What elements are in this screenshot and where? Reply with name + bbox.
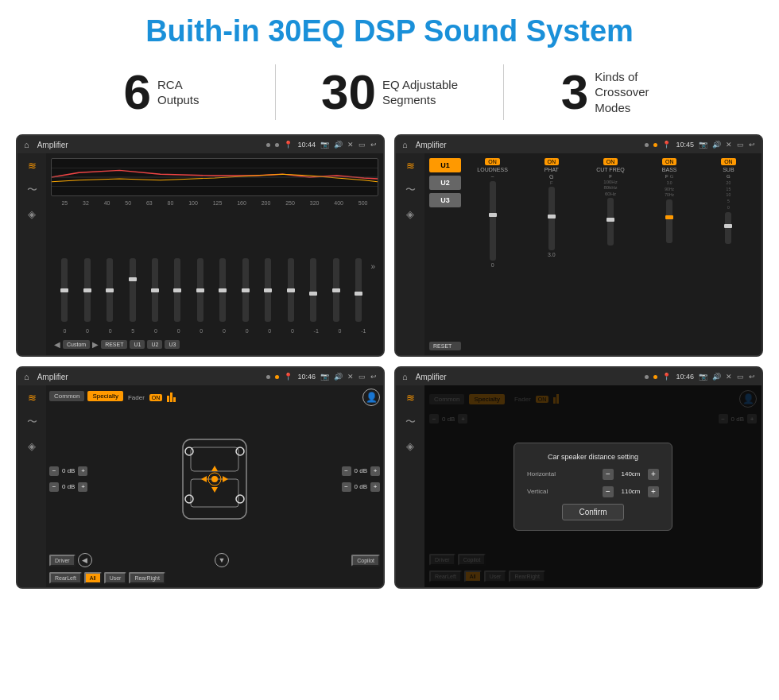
custom-btn[interactable]: Custom <box>63 340 90 349</box>
eq-slider-thumb-8[interactable] <box>219 288 227 292</box>
u2-btn[interactable]: U2 <box>147 340 162 349</box>
confirm-button[interactable]: Confirm <box>562 504 623 520</box>
chevron-right-icon[interactable]: » <box>370 262 375 271</box>
rearleft-btn[interactable]: RearLeft <box>49 572 82 584</box>
back-icon-3[interactable]: ↩ <box>370 373 377 381</box>
person-icon[interactable]: 👤 <box>362 389 380 406</box>
u3-btn[interactable]: U3 <box>165 340 180 349</box>
eq-slider-track-1[interactable] <box>61 258 68 322</box>
loudness-slider[interactable] <box>490 181 496 261</box>
db-minus-2[interactable]: − <box>49 482 59 492</box>
eq-slider-track-10[interactable] <box>265 258 271 322</box>
bass-on-btn[interactable]: ON <box>662 158 677 165</box>
cutfreq-slider[interactable] <box>607 198 614 246</box>
bass-slider[interactable] <box>666 199 672 243</box>
db-plus-2[interactable]: + <box>78 482 87 492</box>
eq-slider-thumb-5[interactable] <box>151 288 159 292</box>
horizontal-plus-btn[interactable]: + <box>648 469 659 480</box>
eq-slider-track-5[interactable] <box>152 258 158 322</box>
eq-sidebar-icon-3[interactable]: ≋ <box>28 392 37 404</box>
u1-crossover-btn[interactable]: U1 <box>429 158 461 172</box>
chevron-left-circle[interactable]: ◀ <box>78 553 92 567</box>
home-icon-4[interactable]: ⌂ <box>402 372 408 381</box>
home-icon-3[interactable]: ⌂ <box>24 372 29 381</box>
home-icon[interactable]: ⌂ <box>24 140 29 149</box>
eq-slider-thumb-12[interactable] <box>309 292 317 296</box>
vertical-plus-btn[interactable]: + <box>648 486 659 497</box>
eq-sidebar-icon-2[interactable]: ≋ <box>406 160 415 172</box>
db-plus-3[interactable]: + <box>370 466 380 476</box>
phat-on-btn[interactable]: ON <box>545 158 560 165</box>
db-plus-4[interactable]: + <box>370 482 380 492</box>
eq-slider-thumb-2[interactable] <box>83 288 91 292</box>
eq-slider-thumb-9[interactable] <box>242 288 250 292</box>
back-icon-2[interactable]: ↩ <box>749 141 755 149</box>
wave-sidebar-icon-4[interactable]: 〜 <box>405 415 416 429</box>
vertical-minus-btn[interactable]: − <box>603 486 614 497</box>
eq-sidebar-icon[interactable]: ≋ <box>28 160 37 172</box>
eq-slider-thumb-13[interactable] <box>332 288 340 292</box>
horizontal-minus-btn[interactable]: − <box>603 469 614 480</box>
cutfreq-on-btn[interactable]: ON <box>603 158 618 165</box>
driver-btn[interactable]: Driver <box>49 555 76 567</box>
u3-crossover-btn[interactable]: U3 <box>429 193 461 207</box>
speaker-sidebar-icon[interactable]: ◈ <box>28 208 36 220</box>
chevron-down-circle[interactable]: ▼ <box>215 553 229 567</box>
db-plus-1[interactable]: + <box>78 466 87 476</box>
wave-sidebar-icon-3[interactable]: 〜 <box>27 415 37 429</box>
user-btn[interactable]: User <box>104 572 127 584</box>
eq-slider-track-12[interactable] <box>310 258 316 322</box>
speaker-sidebar-icon-2[interactable]: ◈ <box>406 208 414 220</box>
db-minus-4[interactable]: − <box>342 482 351 492</box>
phat-slider[interactable] <box>548 187 555 250</box>
speaker-sidebar-icon-4[interactable]: ◈ <box>406 440 414 452</box>
eq-slider-thumb-11[interactable] <box>287 288 295 292</box>
reset-btn-2[interactable]: RESET <box>429 342 461 350</box>
eq-slider-track-11[interactable] <box>288 258 294 322</box>
eq-slider-track-14[interactable] <box>355 258 362 322</box>
loudness-thumb[interactable] <box>489 213 497 217</box>
eq-slider-thumb-6[interactable] <box>173 288 181 292</box>
sub-thumb[interactable] <box>724 224 732 228</box>
wave-sidebar-icon-2[interactable]: 〜 <box>405 183 416 197</box>
reset-btn-1[interactable]: RESET <box>101 340 127 349</box>
eq-slider-track-2[interactable] <box>84 258 91 322</box>
db-minus-3[interactable]: − <box>342 466 351 476</box>
fader-on-badge[interactable]: ON <box>149 394 163 401</box>
eq-slider-track-8[interactable] <box>219 258 226 322</box>
sub-on-btn[interactable]: ON <box>721 158 736 165</box>
eq-slider-thumb-14[interactable] <box>355 292 362 296</box>
eq-slider-track-6[interactable] <box>174 258 180 322</box>
rearright-btn[interactable]: RearRight <box>129 572 165 584</box>
eq-slider-track-13[interactable] <box>333 258 339 322</box>
back-icon-4[interactable]: ↩ <box>749 373 755 381</box>
eq-slider-thumb-3[interactable] <box>106 288 114 292</box>
eq-slider-track-4[interactable] <box>130 258 136 322</box>
sub-slider[interactable] <box>725 212 731 244</box>
cutfreq-thumb[interactable] <box>607 218 614 222</box>
eq-slider-thumb-7[interactable] <box>196 288 204 292</box>
phat-thumb[interactable] <box>548 215 556 219</box>
common-tab[interactable]: Common <box>49 391 84 401</box>
db-minus-1[interactable]: − <box>49 466 59 476</box>
eq-slider-track-9[interactable] <box>242 258 249 322</box>
eq-slider-thumb-10[interactable] <box>264 288 272 292</box>
eq-slider-thumb-4[interactable] <box>129 277 137 281</box>
wave-sidebar-icon[interactable]: 〜 <box>27 183 37 197</box>
prev-icon[interactable]: ◀ <box>54 340 60 349</box>
speaker-sidebar-icon-3[interactable]: ◈ <box>28 440 36 452</box>
back-icon-1[interactable]: ↩ <box>370 141 377 149</box>
specialty-tab[interactable]: Specialty <box>87 391 122 401</box>
eq-slider-track-7[interactable] <box>197 258 203 322</box>
eq-slider-thumb-1[interactable] <box>60 288 68 292</box>
eq-sidebar-icon-4[interactable]: ≋ <box>406 392 415 404</box>
home-icon-2[interactable]: ⌂ <box>402 140 408 149</box>
next-icon[interactable]: ▶ <box>92 340 99 349</box>
u2-crossover-btn[interactable]: U2 <box>429 176 461 190</box>
loudness-on-btn[interactable]: ON <box>485 158 500 165</box>
bass-thumb[interactable] <box>665 215 673 219</box>
u1-btn[interactable]: U1 <box>130 340 145 349</box>
eq-slider-track-3[interactable] <box>107 258 113 322</box>
copilot-btn[interactable]: Copilot <box>351 555 380 567</box>
all-btn[interactable]: All <box>84 572 102 584</box>
